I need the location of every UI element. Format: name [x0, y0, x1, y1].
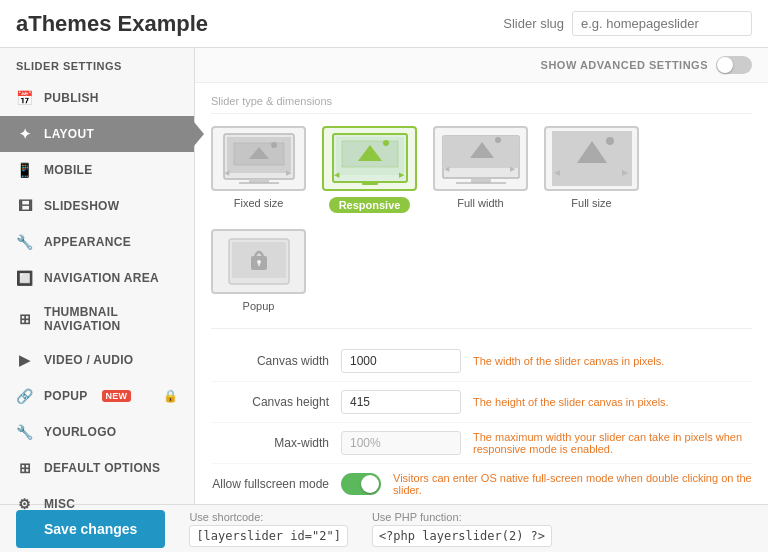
fixed-label: Fixed size [234, 197, 284, 209]
header: aThemes Example Slider slug [0, 0, 768, 48]
fixed-monitor-svg: ◀ ▶ [219, 131, 299, 186]
save-button[interactable]: Save changes [16, 510, 165, 548]
sidebar-item-label: DEFAULT OPTIONS [44, 461, 160, 475]
footer: Save changes Use shortcode: [layerslider… [0, 504, 768, 552]
slug-label: Slider slug [503, 16, 564, 31]
shortcode-label: Use shortcode: [189, 511, 348, 523]
fullwidth-monitor-svg: ◀ ▶ [441, 131, 521, 186]
sidebar-item-label: VIDEO / AUDIO [44, 353, 133, 367]
fullscreen-toggle-knob [361, 475, 379, 493]
default-icon: ⊞ [16, 459, 34, 477]
sidebar-item-appearance[interactable]: 🔧 APPEARANCE [0, 224, 194, 260]
responsive-monitor-svg: ◀ ▶ [330, 131, 410, 186]
canvas-height-hint: The height of the slider canvas in pixel… [473, 396, 752, 408]
responsive-badge: Responsive [329, 197, 411, 213]
content-inner: Slider type & dimensions [195, 83, 768, 504]
php-area: Use PHP function: <?php layerslider(2) ?… [372, 511, 552, 547]
content-area: SHOW ADVANCED SETTINGS Slider type & dim… [195, 48, 768, 504]
canvas-height-input[interactable] [341, 390, 461, 414]
popup-label: Popup [243, 300, 275, 312]
sidebar-item-video[interactable]: ▶ VIDEO / AUDIO [0, 342, 194, 378]
sidebar-item-label: APPEARANCE [44, 235, 131, 249]
sidebar-item-popup[interactable]: 🔗 POPUP NEW 🔒 [0, 378, 194, 414]
sidebar-item-label: SLIDESHOW [44, 199, 119, 213]
svg-text:▶: ▶ [622, 168, 629, 177]
sidebar-item-default[interactable]: ⊞ DEFAULT OPTIONS [0, 450, 194, 486]
lock-icon: 🔒 [163, 389, 178, 403]
fullwidth-box: ◀ ▶ [433, 126, 528, 191]
sidebar-item-label: THUMBNAIL NAVIGATION [44, 305, 178, 333]
popup-icon: 🔗 [16, 387, 34, 405]
main-layout: SLIDER SETTINGS 📅 PUBLISH ✦ LAYOUT 📱 MOB… [0, 48, 768, 504]
yourlogo-icon: 🔧 [16, 423, 34, 441]
php-value: <?php layerslider(2) ?> [372, 525, 552, 547]
slider-type-fullsize[interactable]: ◀ ▶ Full size [544, 126, 639, 213]
slider-types: ◀ ▶ Fixed size [211, 126, 752, 213]
layout-icon: ✦ [16, 125, 34, 143]
fullscreen-toggle[interactable] [341, 473, 381, 495]
sidebar-item-publish[interactable]: 📅 PUBLISH [0, 80, 194, 116]
sidebar-item-mobile[interactable]: 📱 MOBILE [0, 152, 194, 188]
shortcode-value: [layerslider id="2"] [189, 525, 348, 547]
responsive-box: ◀ ▶ [322, 126, 417, 191]
max-width-input[interactable] [341, 431, 461, 455]
section-label: Slider type & dimensions [211, 95, 752, 114]
fixed-size-box: ◀ ▶ [211, 126, 306, 191]
popup-box [211, 229, 306, 294]
svg-point-20 [495, 137, 501, 143]
canvas-width-input[interactable] [341, 349, 461, 373]
popup-monitor-svg [219, 234, 299, 289]
php-label: Use PHP function: [372, 511, 552, 523]
form-row-fullscreen: Allow fullscreen mode Visitors can enter… [211, 464, 752, 504]
sidebar-item-yourlogo[interactable]: 🔧 YOURLOGO [0, 414, 194, 450]
sidebar-item-label: POPUP [44, 389, 88, 403]
sidebar-item-label: LAYOUT [44, 127, 94, 141]
slider-type-fixed[interactable]: ◀ ▶ Fixed size [211, 126, 306, 213]
form-row-canvas-height: Canvas height The height of the slider c… [211, 382, 752, 423]
fullwidth-label: Full width [457, 197, 503, 209]
sidebar-item-label: PUBLISH [44, 91, 99, 105]
fullscreen-hint: Visitors can enter OS native full-screen… [393, 472, 752, 496]
form-row-canvas-width: Canvas width The width of the slider can… [211, 341, 752, 382]
fullsize-label: Full size [571, 197, 611, 209]
slider-type-responsive[interactable]: ◀ ▶ Responsive [322, 126, 417, 213]
max-width-hint: The maximum width your slider can take i… [473, 431, 752, 455]
advanced-label: SHOW ADVANCED SETTINGS [541, 59, 708, 71]
canvas-width-hint: The width of the slider canvas in pixels… [473, 355, 752, 367]
fullscreen-label: Allow fullscreen mode [211, 477, 341, 491]
appearance-icon: 🔧 [16, 233, 34, 251]
video-icon: ▶ [16, 351, 34, 369]
app-title: aThemes Example [16, 11, 503, 37]
sidebar-item-thumbnail[interactable]: ⊞ THUMBNAIL NAVIGATION [0, 296, 194, 342]
shortcode-area: Use shortcode: [layerslider id="2"] [189, 511, 348, 547]
sidebar-item-label: YOURLOGO [44, 425, 116, 439]
advanced-toggle[interactable] [716, 56, 752, 74]
canvas-width-label: Canvas width [211, 354, 341, 368]
svg-point-4 [271, 142, 277, 148]
svg-text:◀: ◀ [554, 168, 561, 177]
sidebar-item-slideshow[interactable]: 🎞 SLIDESHOW [0, 188, 194, 224]
form-row-max-width: Max-width The maximum width your slider … [211, 423, 752, 464]
fullsize-monitor-svg: ◀ ▶ [552, 131, 632, 186]
form-section: Canvas width The width of the slider can… [211, 328, 752, 504]
slug-input[interactable] [572, 11, 752, 36]
svg-point-28 [606, 137, 614, 145]
thumbnail-icon: ⊞ [16, 310, 34, 328]
slideshow-icon: 🎞 [16, 197, 34, 215]
sidebar-title: SLIDER SETTINGS [0, 48, 194, 80]
sidebar-item-layout[interactable]: ✦ LAYOUT [0, 116, 194, 152]
sidebar-item-label: MISC [44, 497, 75, 511]
svg-point-13 [383, 140, 389, 146]
toggle-knob [717, 57, 733, 73]
navigation-icon: 🔲 [16, 269, 34, 287]
slug-area: Slider slug [503, 11, 752, 36]
sidebar: SLIDER SETTINGS 📅 PUBLISH ✦ LAYOUT 📱 MOB… [0, 48, 195, 504]
mobile-icon: 📱 [16, 161, 34, 179]
slider-types-row2: Popup [211, 229, 752, 312]
advanced-settings-bar: SHOW ADVANCED SETTINGS [195, 48, 768, 83]
slider-type-fullwidth[interactable]: ◀ ▶ Full width [433, 126, 528, 213]
slider-type-popup[interactable]: Popup [211, 229, 306, 312]
sidebar-item-navigation[interactable]: 🔲 NAVIGATION AREA [0, 260, 194, 296]
fullsize-box: ◀ ▶ [544, 126, 639, 191]
publish-icon: 📅 [16, 89, 34, 107]
